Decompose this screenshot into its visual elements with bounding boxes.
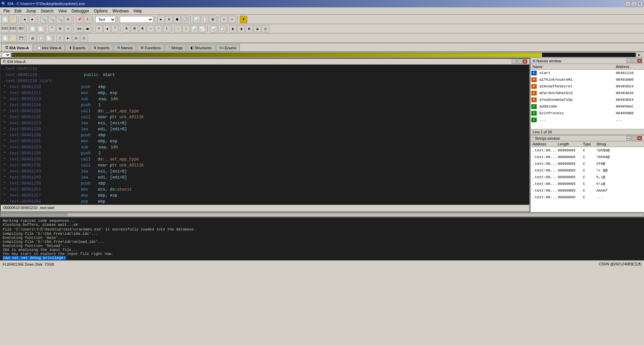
- tb2-23[interactable]: 📈: [199, 25, 206, 32]
- menu-edit[interactable]: Edit: [12, 8, 23, 14]
- strings-row-4[interactable]: .text:00... 00000005 C \r @@: [531, 167, 644, 174]
- names-row-3[interactable]: A aPardon7WhatDid 00403036: [531, 90, 644, 96]
- tb-extra1[interactable]: 📊: [193, 16, 200, 23]
- menu-jump[interactable]: Jump: [24, 8, 38, 14]
- tab-enums[interactable]: En Enums: [216, 44, 240, 51]
- tb-extra3[interactable]: 🖥: [209, 16, 216, 23]
- strings-row-8[interactable]: .text:00... 00000005 C ...: [531, 194, 644, 201]
- tb3-7[interactable]: f: [56, 34, 64, 42]
- tb2-19[interactable]: |: [163, 25, 170, 32]
- new-button[interactable]: 📄: [1, 16, 9, 23]
- tb2-27[interactable]: ◨: [237, 25, 245, 32]
- strings-row-6[interactable]: .text:00... 00000005 C h\1@: [531, 181, 644, 187]
- tb2-16[interactable]: K: [139, 25, 146, 32]
- tb2-10[interactable]: ◀▶: [84, 25, 91, 32]
- tab-strings[interactable]: " Strings: [165, 44, 186, 51]
- names-table[interactable]: Name Address C start 00401210 A alThinkY…: [531, 64, 644, 129]
- tab-names[interactable]: N Names: [114, 44, 136, 51]
- tb-pause[interactable]: ⏸: [165, 16, 173, 23]
- tab-functions[interactable]: ⚙ Functions: [137, 44, 164, 51]
- find2-button[interactable]: 🔍: [48, 16, 56, 23]
- tb2-29[interactable]: ◪: [254, 25, 261, 32]
- minimize-button[interactable]: —: [625, 1, 631, 6]
- secondary-dropdown[interactable]: [120, 16, 153, 23]
- tb2-9[interactable]: ⚙⚙: [76, 25, 83, 32]
- strings-row-2[interactable]: .text:00... 00000006 C \bh60@: [531, 154, 644, 160]
- tb2-25[interactable]: 📋: [218, 25, 225, 32]
- tab-ida-view-a[interactable]: 🗒 IDA View-A: [1, 44, 33, 51]
- view-type-dropdown[interactable]: Text Graph: [95, 16, 116, 23]
- find3-button[interactable]: 🔍: [56, 16, 64, 23]
- tb2-5[interactable]: 📄: [37, 25, 44, 32]
- menu-view[interactable]: View: [56, 8, 69, 14]
- tb-restart[interactable]: 🔄: [181, 16, 189, 23]
- maximize-button[interactable]: □: [631, 1, 637, 6]
- names-row-2[interactable]: A aIKnowTheSecret 00403024: [531, 83, 644, 90]
- tb2-18[interactable]: ~: [155, 25, 162, 32]
- tb2-22[interactable]: 📊: [191, 25, 198, 32]
- tb3-9[interactable]: fa: [72, 34, 80, 42]
- tb-btn-5[interactable]: 📌: [76, 16, 83, 23]
- menu-debugger[interactable]: Debugger: [69, 8, 91, 14]
- tb2-2[interactable]: 0101: [9, 25, 17, 32]
- names-close[interactable]: ✕: [637, 59, 642, 63]
- pb-scroll[interactable]: ▶: [637, 53, 642, 57]
- menu-options[interactable]: Options: [92, 8, 110, 14]
- tab-imports[interactable]: ⬇ Imports: [90, 44, 113, 51]
- menu-windows[interactable]: Windows: [110, 8, 131, 14]
- back-button[interactable]: ◀: [21, 16, 28, 23]
- tb2-13[interactable]: *: [111, 25, 119, 32]
- names-row-6[interactable]: I ExitProcess 004050B0: [531, 110, 644, 117]
- names-row-start[interactable]: C start 00401210: [531, 70, 644, 76]
- menu-help[interactable]: Help: [131, 8, 144, 14]
- tb2-24[interactable]: 📊: [210, 25, 217, 32]
- tb2-28[interactable]: ◩: [246, 25, 253, 32]
- tb-extra4[interactable]: ↩: [220, 16, 228, 23]
- strings-table[interactable]: Address Length Type String .text:00... 0…: [531, 141, 644, 212]
- tb3-4[interactable]: 🖨: [29, 34, 36, 42]
- tb3-8[interactable]: ▶: [64, 34, 72, 42]
- tab-hex-view-a[interactable]: 📋 Hex View-A: [33, 44, 65, 51]
- tb2-21[interactable]: ;: [182, 25, 190, 32]
- output-area[interactable]: Marking typical code sequences... Flushi…: [0, 217, 644, 260]
- strings-row-5[interactable]: .text:00... 00000005 C h,1@: [531, 174, 644, 181]
- open-button[interactable]: 📂: [9, 16, 17, 23]
- strings-row-1[interactable]: .text:00... 00000006 C \bh$0@: [531, 147, 644, 154]
- tb2-12[interactable]: ◀: [103, 25, 111, 32]
- names-row-5[interactable]: I AddAtomA 004050AC: [531, 103, 644, 110]
- tb2-26[interactable]: ◧: [229, 25, 237, 32]
- tb-run[interactable]: ▶: [157, 16, 165, 23]
- tb3-1[interactable]: 📄: [1, 34, 9, 42]
- menu-search[interactable]: Search: [39, 8, 55, 14]
- tab-exports[interactable]: ⬆ Exports: [65, 44, 89, 51]
- find-button[interactable]: 🔍: [40, 16, 48, 23]
- h-scrollbar[interactable]: [0, 212, 644, 217]
- ida-maximize-btn[interactable]: □: [517, 59, 522, 64]
- pb-dropdown[interactable]: [2, 53, 11, 57]
- strings-row-7[interactable]: .text:00... 00000005 C AAAAf: [531, 187, 644, 194]
- tb2-14[interactable]: S: [123, 25, 130, 32]
- tb3-5[interactable]: 📋: [37, 34, 44, 42]
- ida-close-btn[interactable]: ✕: [523, 59, 527, 64]
- tb2-4[interactable]: 📄: [29, 25, 36, 32]
- tb3-6[interactable]: 📄: [45, 34, 52, 42]
- ida-minimize-btn[interactable]: —: [512, 59, 517, 64]
- strings-minimize[interactable]: —: [627, 136, 631, 140]
- menu-file[interactable]: File: [1, 8, 12, 14]
- tb3-10[interactable]: fs: [80, 34, 88, 42]
- tb2-7[interactable]: N: [56, 25, 64, 32]
- tb2-1[interactable]: 0101: [1, 25, 9, 32]
- strings-close[interactable]: ✕: [637, 136, 642, 140]
- close-button[interactable]: ✕: [637, 1, 643, 6]
- names-row-7[interactable]: I ... ...: [531, 117, 644, 123]
- tb-stop[interactable]: ⏹: [173, 16, 181, 23]
- find4-button[interactable]: ⚙: [64, 16, 72, 23]
- tb3-2[interactable]: 📁: [9, 34, 17, 42]
- tb-extra2[interactable]: 📋: [201, 16, 208, 23]
- tb2-17[interactable]: ↔: [147, 25, 154, 32]
- tb-btn-6[interactable]: 1: [84, 16, 91, 23]
- names-maximize[interactable]: □: [632, 59, 637, 63]
- tb-extra5[interactable]: ↪: [228, 16, 236, 23]
- strings-maximize[interactable]: □: [632, 136, 637, 140]
- tb2-15[interactable]: H: [131, 25, 138, 32]
